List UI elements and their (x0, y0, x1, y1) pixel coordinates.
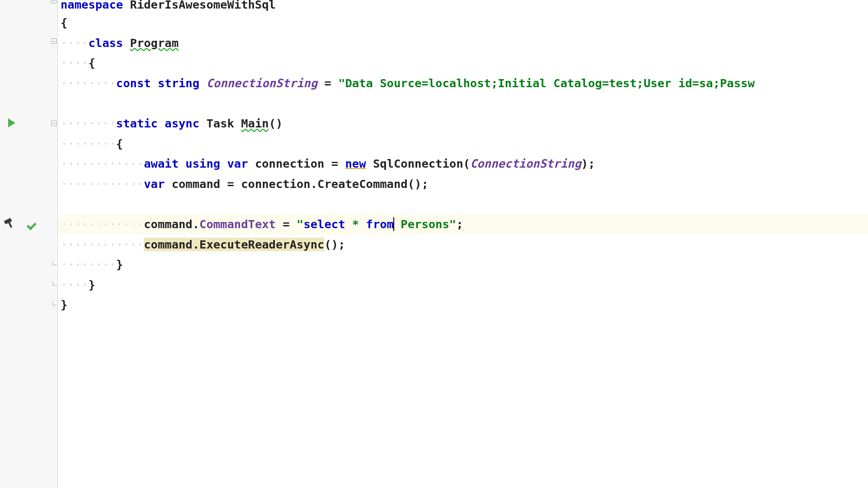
keyword-new: new (345, 157, 366, 170)
check-icon[interactable] (28, 219, 39, 227)
code-line[interactable]: ········static async Task Main() (58, 113, 868, 134)
brace: } (116, 258, 123, 271)
namespace-name: RiderIsAwesomeWithSql (130, 0, 276, 11)
code-line[interactable]: } (58, 295, 868, 315)
keyword-class: class (88, 36, 123, 50)
code-line[interactable]: ········{ (58, 134, 868, 154)
run-gutter-icon[interactable] (8, 118, 15, 127)
code-line[interactable]: ············command.ExecuteReaderAsync()… (58, 235, 868, 255)
keyword-using: using (185, 157, 220, 170)
const-ref: ConnectionString (470, 157, 581, 170)
code-line[interactable]: ····{ (58, 53, 868, 73)
hammer-icon[interactable] (3, 216, 17, 230)
fold-end-icon (51, 302, 57, 308)
method-executereaderasync: ExecuteReaderAsync (199, 238, 324, 251)
code-line[interactable]: ············await using var connection =… (58, 154, 868, 174)
text-cursor (393, 217, 394, 231)
sql-select: select (303, 217, 345, 231)
method-createcommand: CreateCommand (317, 177, 408, 191)
class-name: Program (130, 36, 179, 50)
code-line[interactable]: ····} (58, 275, 868, 295)
const-name: ConnectionString (206, 76, 317, 90)
fold-end-icon (51, 282, 57, 288)
code-line[interactable] (58, 93, 868, 113)
prop-commandtext: CommandText (199, 217, 276, 231)
type-sqlconnection: SqlConnection (373, 157, 463, 170)
keyword-var: var (227, 157, 248, 170)
method-main: Main (241, 117, 269, 130)
code-line[interactable]: ············var command = connection.Cre… (58, 174, 868, 194)
code-line[interactable]: ········} (58, 254, 868, 275)
fold-marker-icon[interactable] (51, 38, 57, 44)
code-area[interactable]: namespace RiderIsAwesomeWithSql { ····cl… (58, 0, 868, 488)
var-command: command (172, 177, 220, 191)
code-line[interactable]: namespace RiderIsAwesomeWithSql (58, 0, 868, 13)
code-line[interactable]: ····class Program (58, 33, 868, 53)
fold-column (50, 0, 58, 488)
string-literal: "Data Source=localhost;Initial Catalog=t… (338, 76, 755, 90)
code-line[interactable]: ········const string ConnectionString = … (58, 73, 868, 94)
keyword-const: const (116, 76, 151, 90)
type-task: Task (206, 117, 234, 130)
brace: { (88, 56, 95, 70)
keyword-await: await (144, 157, 179, 170)
code-line[interactable] (58, 194, 868, 214)
var-connection: connection (255, 157, 325, 170)
brace: } (61, 298, 67, 311)
fold-marker-icon[interactable] (51, 0, 57, 3)
brace: { (116, 137, 123, 150)
code-editor[interactable]: namespace RiderIsAwesomeWithSql { ····cl… (0, 0, 868, 488)
code-line[interactable]: { (58, 13, 868, 33)
gutter (0, 0, 58, 488)
keyword-namespace: namespace (61, 0, 123, 11)
keyword-async: async (165, 117, 199, 130)
keyword-string: string (158, 76, 199, 90)
keyword-static: static (116, 117, 158, 130)
fold-end-icon (51, 262, 57, 267)
brace: } (88, 278, 95, 291)
sql-from: from (366, 217, 394, 231)
fold-marker-icon[interactable] (51, 121, 57, 126)
keyword-var: var (144, 177, 165, 191)
brace: { (61, 16, 67, 29)
code-line-highlighted[interactable]: ············command.CommandText = "selec… (58, 214, 868, 235)
